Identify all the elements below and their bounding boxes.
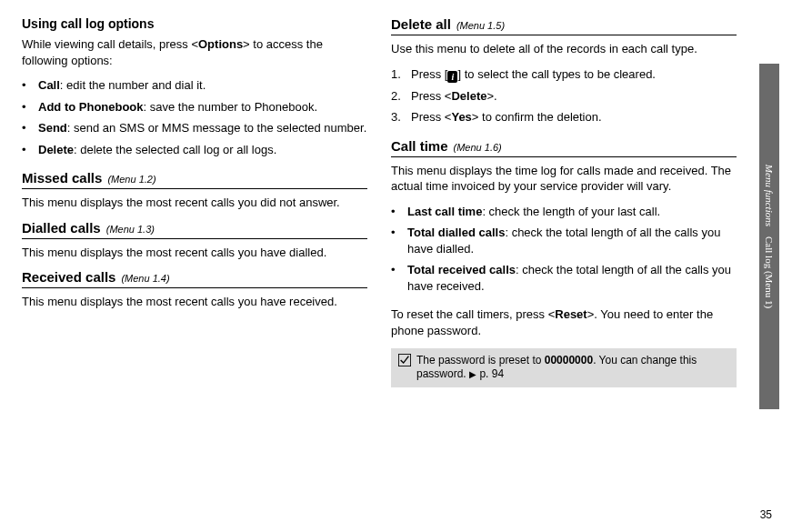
sub-heading: Using call log options [22, 16, 367, 31]
list-item: •Total received calls: check the total l… [391, 262, 737, 294]
dialled-paragraph: This menu displays the most recent calls… [22, 245, 367, 261]
svg-rect-0 [398, 354, 410, 366]
section-heading-received: Received calls(Menu 1.4) [22, 269, 367, 288]
list-item: •Add to Phonebook: save the number to Ph… [22, 99, 367, 115]
list-item: •Call: edit the number and dial it. [22, 77, 367, 94]
note-box: The password is preset to 00000000. You … [391, 348, 737, 387]
reset-paragraph: To reset the call timers, press <Reset>.… [391, 306, 737, 338]
missed-paragraph: This menu displays the most recent calls… [22, 195, 367, 211]
list-item: •Last call time: check the length of you… [391, 204, 737, 220]
left-column: Using call log options While viewing cal… [22, 16, 367, 491]
section-heading-calltime: Call time(Menu 1.6) [391, 138, 737, 157]
options-list: •Call: edit the number and dial it. •Add… [22, 77, 367, 157]
list-item: •Send: send an SMS or MMS message to the… [22, 120, 367, 136]
right-column: Delete all(Menu 1.5) Use this menu to de… [391, 16, 737, 491]
info-icon: i [447, 71, 457, 83]
calltime-options: •Last call time: check the length of you… [391, 204, 737, 295]
check-icon [398, 354, 416, 382]
list-item: •Delete: delete the selected call log or… [22, 142, 367, 158]
page-number: 35 [760, 508, 772, 521]
steps-list: 1.Press [i] to select the call types to … [391, 66, 737, 125]
arrow-icon: ▶ [469, 369, 476, 379]
deleteall-paragraph: Use this menu to delete all of the recor… [391, 41, 737, 57]
section-heading-dialled: Dialled calls(Menu 1.3) [22, 220, 367, 239]
section-heading-deleteall: Delete all(Menu 1.5) [391, 16, 737, 35]
list-item: •Total dialled calls: check the total le… [391, 225, 737, 256]
list-item: 2.Press <Delete>. [391, 88, 737, 105]
list-item: 1.Press [i] to select the call types to … [391, 66, 737, 83]
side-tab: Menu functions Call log (Menu 1) [759, 64, 779, 409]
page-reference: p. 94 [479, 367, 504, 380]
received-paragraph: This menu displays the most recent calls… [22, 294, 367, 310]
calltime-paragraph: This menu displays the time log for call… [391, 163, 737, 195]
intro-paragraph: While viewing call details, press <Optio… [22, 36, 367, 68]
section-heading-missed: Missed calls(Menu 1.2) [22, 170, 367, 189]
list-item: 3.Press <Yes> to confirm the deletion. [391, 109, 737, 125]
